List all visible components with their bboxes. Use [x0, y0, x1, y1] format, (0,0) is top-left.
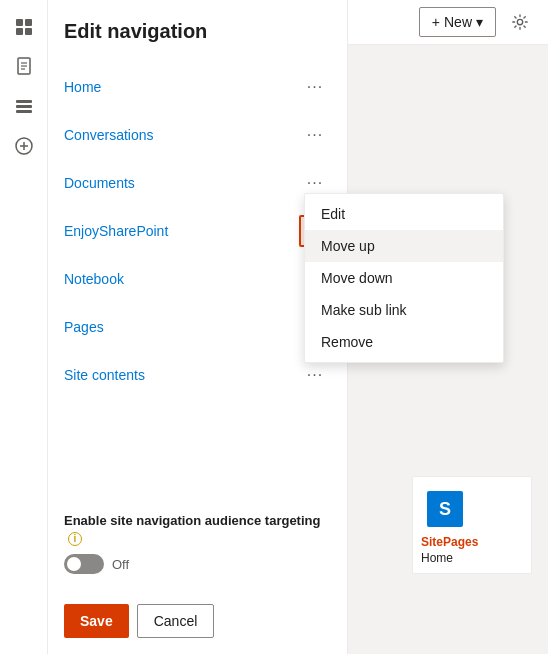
nav-item-documents: Documents ···	[64, 159, 331, 207]
nav-item-home: Home ···	[64, 63, 331, 111]
toggle-row: Off	[64, 554, 331, 574]
nav-item-label-home[interactable]: Home	[64, 79, 101, 95]
nav-item-label-notebook[interactable]: Notebook	[64, 271, 124, 287]
new-dropdown-icon: ▾	[476, 14, 483, 30]
info-icon[interactable]: i	[68, 532, 82, 546]
nav-item-pages: Pages ···	[64, 303, 331, 351]
nav-item-label-documents[interactable]: Documents	[64, 175, 135, 191]
svg-rect-0	[16, 19, 23, 26]
toggle-off-label: Off	[112, 557, 129, 572]
top-toolbar: + New ▾	[348, 0, 548, 45]
site-card-name: SitePages	[413, 535, 531, 551]
nav-item-label-conversations[interactable]: Conversations	[64, 127, 154, 143]
sidebar-icon-document[interactable]	[6, 48, 42, 84]
context-menu-item-move-up[interactable]: Move up	[305, 230, 503, 262]
nav-item-more-home[interactable]: ···	[299, 71, 331, 103]
svg-rect-8	[16, 100, 32, 103]
sidebar	[0, 0, 48, 654]
svg-rect-2	[16, 28, 23, 35]
save-button[interactable]: Save	[64, 604, 129, 638]
nav-item-site-contents: Site contents ···	[64, 351, 331, 399]
sidebar-icon-list[interactable]	[6, 88, 42, 124]
new-plus-icon: +	[432, 14, 440, 30]
svg-rect-1	[25, 19, 32, 26]
edit-nav-title: Edit navigation	[64, 20, 331, 43]
nav-item-label-site-contents[interactable]: Site contents	[64, 367, 145, 383]
nav-item-notebook: Notebook ···	[64, 255, 331, 303]
gear-button[interactable]	[504, 6, 536, 38]
nav-item-label-pages[interactable]: Pages	[64, 319, 104, 335]
context-menu-item-move-down[interactable]: Move down	[305, 262, 503, 294]
svg-point-14	[517, 19, 522, 24]
nav-item-label-enjoysharepoint[interactable]: EnjoySharePoint	[64, 223, 168, 239]
audience-toggle[interactable]	[64, 554, 104, 574]
nav-item-more-site-contents[interactable]: ···	[299, 359, 331, 391]
nav-item-enjoysharepoint: EnjoySharePoint ···	[64, 207, 331, 255]
nav-item-more-conversations[interactable]: ···	[299, 119, 331, 151]
audience-section: Enable site navigation audience targetin…	[64, 512, 331, 574]
bottom-buttons: Save Cancel	[64, 604, 214, 638]
context-menu-item-make-sub-link[interactable]: Make sub link	[305, 294, 503, 326]
sidebar-icon-add[interactable]	[6, 128, 42, 164]
new-label: New	[444, 14, 472, 30]
site-card-page: Home	[413, 551, 531, 573]
site-card: S SitePages Home	[412, 476, 532, 574]
main-panel: Edit navigation Home ··· Conversations ·…	[48, 0, 548, 654]
nav-item-conversations: Conversations ···	[64, 111, 331, 159]
site-card-icon: S	[427, 491, 463, 527]
sidebar-icon-home[interactable]	[6, 8, 42, 44]
audience-label: Enable site navigation audience targetin…	[64, 512, 331, 548]
context-menu-item-edit[interactable]: Edit	[305, 198, 503, 230]
edit-navigation-panel: Edit navigation Home ··· Conversations ·…	[48, 0, 348, 654]
context-menu-item-remove[interactable]: Remove	[305, 326, 503, 358]
nav-items-list: Home ··· Conversations ··· Documents ···…	[64, 63, 331, 399]
new-button[interactable]: + New ▾	[419, 7, 496, 37]
svg-rect-3	[25, 28, 32, 35]
svg-rect-9	[16, 105, 32, 108]
svg-rect-10	[16, 110, 32, 113]
cancel-button[interactable]: Cancel	[137, 604, 215, 638]
context-menu: Edit Move up Move down Make sub link Rem…	[304, 193, 504, 363]
toggle-knob	[67, 557, 81, 571]
